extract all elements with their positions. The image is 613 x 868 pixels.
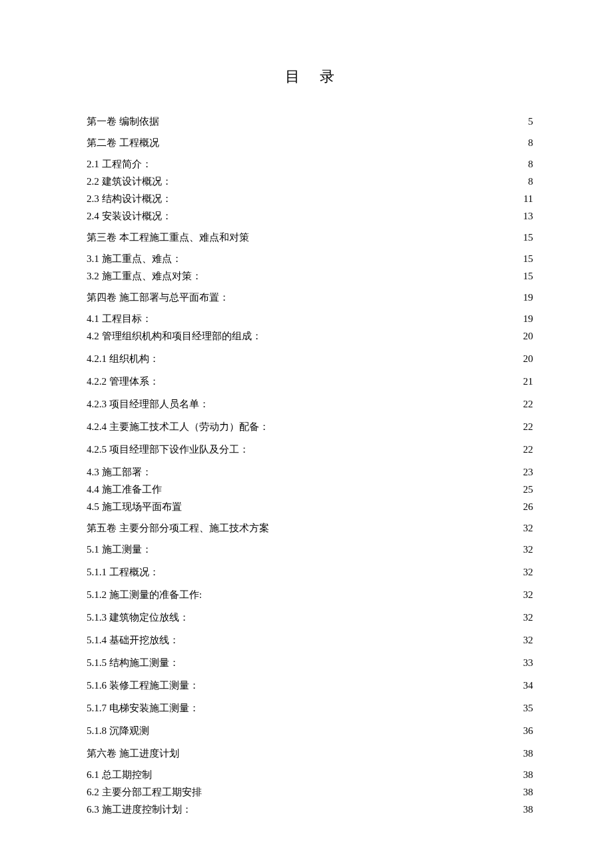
toc-entry-page: 19	[520, 289, 533, 305]
toc-entry-label: 5.1.3 建筑物定位放线：	[87, 609, 189, 625]
toc-entry-page: 32	[520, 564, 533, 580]
toc-entry: 5.1.3 建筑物定位放线：32	[87, 609, 533, 625]
toc-entry: 4.4 施工准备工作25	[87, 481, 533, 497]
toc-entry-page: 22	[520, 441, 533, 457]
toc-entry: 4.2.4 主要施工技术工人（劳动力）配备：22	[87, 419, 533, 435]
toc-entry: 5.1 施工测量：32	[87, 541, 533, 557]
toc-entry-page: 38	[520, 801, 533, 817]
toc-entry-label: 5.1 施工测量：	[87, 541, 152, 557]
toc-entry-page: 36	[520, 723, 533, 739]
toc-entry-label: 4.2.1 组织机构：	[87, 351, 159, 367]
toc-entry-label: 5.1.5 结构施工测量：	[87, 655, 179, 671]
toc-entry: 3.1 施工重点、难点：15	[87, 251, 533, 267]
toc-entry-label: 5.1.6 装修工程施工测量：	[87, 677, 199, 693]
toc-entry: 第三卷 本工程施工重点、难点和对策15	[87, 229, 533, 245]
toc-entry-page: 20	[520, 328, 533, 344]
toc-entry: 4.2.5 项目经理部下设作业队及分工：22	[87, 441, 533, 457]
toc-entry-page: 34	[520, 677, 533, 693]
toc-entry-page: 8	[520, 135, 533, 151]
toc-entry-label: 3.2 施工重点、难点对策：	[87, 268, 202, 284]
toc-entry-label: 第六卷 施工进度计划	[87, 745, 179, 761]
toc-entry: 第一卷 编制依据5	[87, 113, 533, 129]
toc-entry-label: 第二卷 工程概况	[87, 135, 159, 151]
toc-entry: 第六卷 施工进度计划38	[87, 745, 533, 761]
toc-entry-label: 4.1 工程目标：	[87, 311, 152, 327]
toc-entry: 4.2.3 项目经理部人员名单：22	[87, 396, 533, 412]
toc-entry-label: 4.2.5 项目经理部下设作业队及分工：	[87, 441, 249, 457]
toc-entry: 4.3 施工部署：23	[87, 464, 533, 480]
toc-entry-label: 2.2 建筑设计概况：	[87, 173, 172, 189]
toc-entry: 5.1.1 工程概况：32	[87, 564, 533, 580]
toc-entry-label: 5.1.7 电梯安装施工测量：	[87, 700, 199, 716]
toc-entry-page: 38	[520, 745, 533, 761]
toc-entry-page: 20	[520, 351, 533, 367]
toc-entry-label: 2.1 工程简介：	[87, 156, 152, 172]
toc-entry: 6.2 主要分部工程工期安排38	[87, 784, 533, 800]
toc-entry: 第五卷 主要分部分项工程、施工技术方案32	[87, 520, 533, 536]
toc-entry-label: 4.2 管理组织机构和项目经理部的组成：	[87, 328, 262, 344]
toc-entry: 4.5 施工现场平面布置26	[87, 499, 533, 515]
toc-entry: 第二卷 工程概况8	[87, 135, 533, 151]
toc-entry: 2.2 建筑设计概况：8	[87, 173, 533, 189]
toc-entry-page: 32	[520, 520, 533, 536]
toc-entry: 2.3 结构设计概况：11	[87, 191, 533, 207]
toc-entry-page: 35	[520, 700, 533, 716]
toc-entry: 第四卷 施工部署与总平面布置：19	[87, 289, 533, 305]
document-title: 目录	[87, 67, 533, 87]
toc-entry: 5.1.7 电梯安装施工测量：35	[87, 700, 533, 716]
toc-entry-page: 8	[520, 173, 533, 189]
toc-entry-page: 15	[520, 229, 533, 245]
toc-entry-page: 5	[520, 113, 533, 129]
toc-entry-page: 11	[520, 191, 533, 207]
toc-entry: 5.1.6 装修工程施工测量：34	[87, 677, 533, 693]
toc-entry-page: 22	[520, 419, 533, 435]
toc-entry-label: 2.4 安装设计概况：	[87, 208, 172, 224]
toc-entry-page: 19	[520, 311, 533, 327]
toc-entry-page: 15	[520, 251, 533, 267]
toc-entry-label: 4.3 施工部署：	[87, 464, 152, 480]
toc-entry-page: 32	[520, 587, 533, 603]
toc-entry-page: 26	[520, 499, 533, 515]
toc-entry-page: 25	[520, 481, 533, 497]
toc-entry-page: 15	[520, 268, 533, 284]
toc-entry-label: 4.4 施工准备工作	[87, 481, 162, 497]
toc-entry-label: 2.3 结构设计概况：	[87, 191, 172, 207]
toc-entry-label: 5.1.2 施工测量的准备工作:	[87, 587, 202, 603]
toc-entry: 4.2 管理组织机构和项目经理部的组成：20	[87, 328, 533, 344]
toc-entry-label: 第三卷 本工程施工重点、难点和对策	[87, 229, 249, 245]
toc-entry-label: 6.3 施工进度控制计划：	[87, 801, 192, 817]
toc-entry-page: 32	[520, 541, 533, 557]
toc-entry-label: 第四卷 施工部署与总平面布置：	[87, 289, 229, 305]
toc-entry-page: 38	[520, 784, 533, 800]
toc-entry-page: 33	[520, 655, 533, 671]
toc-entry-page: 38	[520, 767, 533, 783]
toc-entry-label: 4.2.2 管理体系：	[87, 373, 159, 389]
toc-entry: 6.3 施工进度控制计划：38	[87, 801, 533, 817]
toc-entry: 6.1 总工期控制38	[87, 767, 533, 783]
toc-entry-page: 8	[520, 156, 533, 172]
toc-entry-page: 32	[520, 632, 533, 648]
toc-entry: 4.2.2 管理体系：21	[87, 373, 533, 389]
toc-entry-label: 5.1.4 基础开挖放线：	[87, 632, 179, 648]
toc-entry-label: 第一卷 编制依据	[87, 113, 159, 129]
toc-entry-page: 32	[520, 609, 533, 625]
toc-entry: 3.2 施工重点、难点对策：15	[87, 268, 533, 284]
toc-entry-label: 4.2.3 项目经理部人员名单：	[87, 396, 209, 412]
toc-entry-label: 第五卷 主要分部分项工程、施工技术方案	[87, 520, 269, 536]
toc-entry-label: 3.1 施工重点、难点：	[87, 251, 182, 267]
toc-entry-page: 22	[520, 396, 533, 412]
toc-entry-label: 5.1.8 沉降观测	[87, 723, 149, 739]
toc-entry-page: 13	[520, 208, 533, 224]
toc-entry-page: 21	[520, 373, 533, 389]
toc-entry-page: 23	[520, 464, 533, 480]
toc-entry: 5.1.8 沉降观测36	[87, 723, 533, 739]
toc-entry: 2.4 安装设计概况：13	[87, 208, 533, 224]
table-of-contents: 第一卷 编制依据5第二卷 工程概况82.1 工程简介：82.2 建筑设计概况：8…	[87, 113, 533, 817]
toc-entry-label: 5.1.1 工程概况：	[87, 564, 159, 580]
toc-entry-label: 6.1 总工期控制	[87, 767, 152, 783]
toc-entry-label: 4.5 施工现场平面布置	[87, 499, 182, 515]
toc-entry: 5.1.5 结构施工测量：33	[87, 655, 533, 671]
toc-entry: 2.1 工程简介：8	[87, 156, 533, 172]
toc-entry: 4.1 工程目标：19	[87, 311, 533, 327]
toc-entry-label: 6.2 主要分部工程工期安排	[87, 784, 202, 800]
